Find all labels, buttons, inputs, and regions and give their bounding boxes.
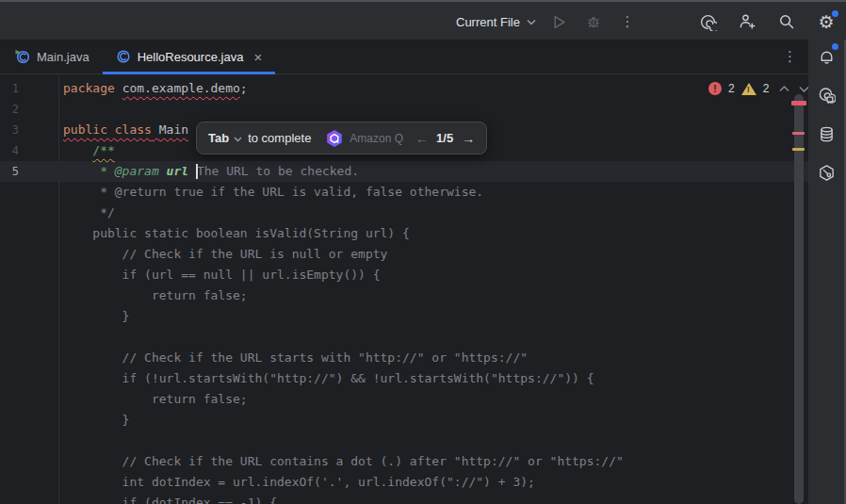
code-line[interactable]: */ [0, 203, 808, 223]
line-number[interactable] [0, 285, 19, 306]
hexagon-package-icon [818, 164, 836, 182]
ai-chat-toolwindow-button[interactable] [815, 84, 838, 106]
ide-window: Current File ⋮ [0, 0, 846, 504]
notifications-dot [832, 43, 838, 50]
inline-completion-hint-popup: Tab to complete Amazon Q ← 1/5 → [196, 122, 487, 154]
line-number[interactable] [0, 182, 19, 203]
code-line[interactable]: if (!url.startsWith("http://") && !url.s… [0, 368, 808, 389]
line-number[interactable]: 3 [0, 120, 19, 140]
next-problem-button[interactable] [799, 86, 808, 92]
tab-key-label[interactable]: Tab [208, 131, 229, 145]
text-caret [196, 164, 198, 179]
code-line[interactable]: // Check if the URL contains a dot (.) a… [0, 451, 808, 472]
error-stripe-mark[interactable] [792, 132, 805, 135]
line-number[interactable] [0, 265, 19, 285]
line-number[interactable] [0, 327, 19, 348]
line-number[interactable] [0, 493, 19, 504]
code-line[interactable]: // Check if the URL is null or empty [0, 244, 808, 265]
code-line[interactable]: if (url == null || url.isEmpty()) { [0, 265, 808, 285]
code-line[interactable]: 2 [0, 99, 808, 120]
line-number[interactable] [0, 431, 19, 451]
code-line[interactable]: 5 * @param url The URL to be checked. [0, 161, 808, 182]
code-with-me-button[interactable] [737, 11, 757, 32]
line-number[interactable] [0, 306, 19, 327]
settings-notification-dot [832, 10, 838, 17]
line-number[interactable] [0, 244, 19, 265]
tab-helloresource-java[interactable]: HelloResource.java × [103, 40, 276, 73]
code-line[interactable]: * @return true if the URL is valid, fals… [0, 182, 808, 203]
to-complete-label: to complete [248, 131, 311, 145]
provider-label: Amazon Q [350, 132, 403, 145]
suggestion-counter: 1/5 [436, 131, 453, 145]
close-tab-icon[interactable]: × [253, 50, 262, 64]
code-line[interactable]: return false; [0, 389, 808, 410]
java-class-run-icon [15, 49, 30, 64]
line-number[interactable]: 4 [0, 140, 19, 161]
tab-label: HelloResource.java [138, 50, 244, 64]
code-line[interactable]: // Check if the URL starts with "http://… [0, 348, 808, 368]
settings-button[interactable]: ⚙ [816, 11, 837, 32]
tab-list-menu-button[interactable]: ⋮ [783, 40, 797, 73]
add-user-icon [739, 13, 756, 30]
run-configuration-selector[interactable]: Current File [456, 15, 536, 29]
line-number[interactable]: 2 [0, 99, 19, 120]
line-number[interactable] [0, 389, 19, 410]
code-line[interactable]: if (dotIndex == -1) { [0, 493, 808, 504]
code-line[interactable]: return false; [0, 285, 808, 306]
kebab-icon: ⋮ [620, 13, 634, 30]
run-button[interactable] [549, 11, 570, 32]
error-count: 2 [728, 82, 735, 95]
error-stripe-mark[interactable] [791, 101, 806, 106]
code-line[interactable]: } [0, 410, 808, 431]
tab-label: Main.java [37, 50, 89, 64]
amazon-q-icon [326, 130, 343, 147]
code-line[interactable]: public static boolean isValid(String url… [0, 223, 808, 244]
line-number[interactable] [0, 203, 19, 223]
line-number[interactable] [0, 348, 19, 368]
right-toolwindow-bar [808, 40, 846, 504]
code-line[interactable] [0, 431, 808, 451]
previous-suggestion-arrow[interactable]: ← [415, 131, 429, 146]
ai-chat-icon [817, 86, 836, 105]
line-number[interactable] [0, 410, 19, 431]
warning-stripe-mark[interactable] [792, 148, 805, 151]
debug-button[interactable] [583, 11, 604, 32]
code-line[interactable]: int dotIndex = url.indexOf('.', url.inde… [0, 472, 808, 493]
inspections-widget[interactable]: ! 2 2 [708, 79, 808, 98]
bell-icon [818, 48, 836, 66]
editor-scrollbar[interactable] [794, 94, 804, 504]
line-number[interactable] [0, 223, 19, 244]
line-number[interactable]: 5 [0, 161, 19, 182]
editor-tab-bar: Main.java HelloResource.java × ⋮ [0, 40, 808, 74]
java-class-icon [116, 49, 131, 64]
ai-assistant-button[interactable] [697, 11, 718, 32]
code-line[interactable]: 1package com.example.demo; [0, 78, 808, 99]
chevron-down-icon [527, 19, 536, 25]
line-number[interactable] [0, 451, 19, 472]
next-suggestion-arrow[interactable]: → [462, 131, 475, 146]
run-configuration-label: Current File [456, 15, 520, 29]
search-everywhere-button[interactable] [776, 11, 797, 32]
kebab-icon: ⋮ [783, 48, 797, 65]
dependencies-toolwindow-button[interactable] [815, 161, 838, 184]
warning-count: 2 [763, 82, 770, 95]
code-line[interactable]: } [0, 306, 808, 327]
tab-main-java[interactable]: Main.java [2, 40, 103, 73]
warning-icon [741, 83, 757, 95]
ai-spiral-icon [699, 13, 717, 31]
previous-problem-button[interactable] [779, 86, 789, 92]
line-number[interactable] [0, 368, 19, 389]
error-icon: ! [708, 82, 722, 95]
database-toolwindow-button[interactable] [815, 122, 838, 145]
notifications-button[interactable] [815, 45, 838, 68]
more-actions-button[interactable]: ⋮ [617, 11, 638, 32]
line-number[interactable] [0, 472, 19, 493]
database-icon [818, 125, 836, 143]
main-toolbar: Current File ⋮ [0, 0, 846, 40]
code-editor[interactable]: 1package com.example.demo;23public class… [0, 74, 808, 504]
chevron-down-icon[interactable] [234, 137, 242, 142]
search-icon [778, 13, 795, 30]
line-number[interactable]: 1 [0, 78, 19, 99]
code-line[interactable] [0, 327, 808, 348]
